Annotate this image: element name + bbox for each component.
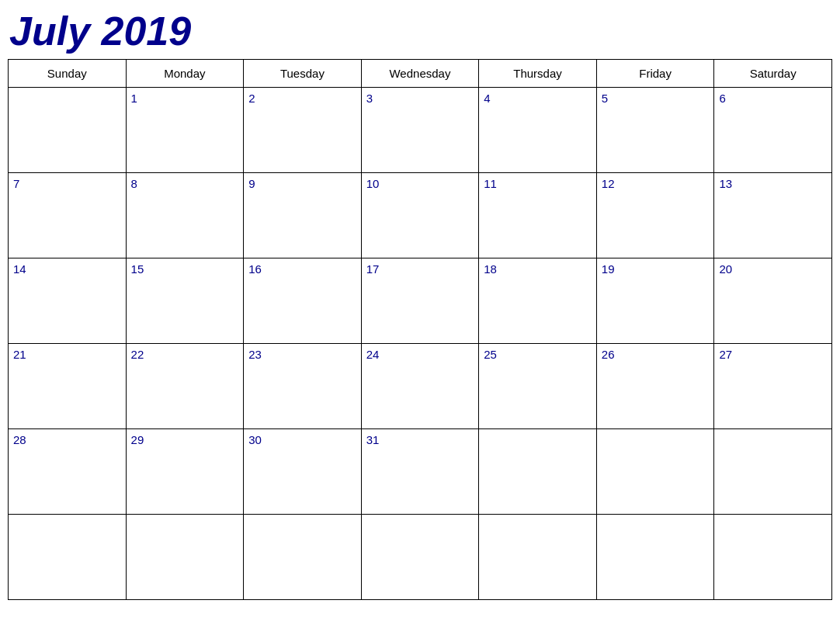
day-number: 27 bbox=[719, 348, 732, 361]
day-number: 10 bbox=[366, 177, 380, 190]
day-number: 21 bbox=[13, 348, 26, 361]
calendar-cell: 23 bbox=[244, 344, 362, 429]
calendar-week-row bbox=[9, 515, 832, 600]
calendar-cell: 21 bbox=[9, 344, 127, 429]
calendar-cell: 6 bbox=[714, 88, 832, 173]
calendar-cell: 24 bbox=[361, 344, 479, 429]
day-number: 13 bbox=[719, 177, 732, 190]
calendar-cell bbox=[244, 515, 362, 600]
day-number: 18 bbox=[484, 262, 497, 276]
calendar-week-row: 78910111213 bbox=[9, 173, 832, 258]
day-number: 31 bbox=[366, 433, 380, 446]
calendar-week-row: 21222324252627 bbox=[9, 344, 832, 429]
calendar-cell bbox=[714, 515, 832, 600]
calendar-week-row: 28293031 bbox=[9, 429, 832, 515]
calendar-cell: 8 bbox=[126, 173, 244, 258]
weekday-header-row: SundayMondayTuesdayWednesdayThursdayFrid… bbox=[9, 60, 832, 88]
calendar-cell: 10 bbox=[361, 173, 479, 258]
calendar-week-row: 123456 bbox=[9, 88, 832, 173]
weekday-header-tuesday: Tuesday bbox=[244, 60, 362, 88]
calendar-cell: 29 bbox=[126, 429, 244, 515]
day-number: 11 bbox=[484, 177, 497, 190]
calendar-cell: 25 bbox=[479, 344, 597, 429]
day-number: 7 bbox=[13, 177, 19, 190]
calendar-cell bbox=[714, 429, 832, 515]
calendar-cell bbox=[479, 515, 597, 600]
calendar-cell: 7 bbox=[9, 173, 127, 258]
weekday-header-friday: Friday bbox=[596, 60, 714, 88]
calendar-cell: 26 bbox=[596, 344, 714, 429]
calendar-cell: 4 bbox=[479, 88, 597, 173]
day-number: 29 bbox=[131, 433, 144, 446]
day-number: 15 bbox=[131, 262, 144, 276]
calendar-cell: 30 bbox=[244, 429, 362, 515]
day-number: 4 bbox=[484, 92, 490, 105]
calendar-cell bbox=[479, 429, 597, 515]
calendar-cell: 17 bbox=[361, 258, 479, 344]
calendar-cell bbox=[596, 515, 714, 600]
day-number: 16 bbox=[248, 262, 262, 276]
calendar-cell: 13 bbox=[714, 173, 832, 258]
calendar-cell: 11 bbox=[479, 173, 597, 258]
day-number: 14 bbox=[13, 262, 26, 276]
day-number: 5 bbox=[602, 92, 608, 105]
calendar-cell: 28 bbox=[9, 429, 127, 515]
weekday-header-sunday: Sunday bbox=[9, 60, 127, 88]
calendar-cell bbox=[596, 429, 714, 515]
day-number: 20 bbox=[719, 262, 732, 276]
calendar-cell bbox=[9, 88, 127, 173]
calendar-cell: 2 bbox=[244, 88, 362, 173]
calendar-table: SundayMondayTuesdayWednesdayThursdayFrid… bbox=[8, 59, 832, 600]
day-number: 17 bbox=[366, 262, 380, 276]
day-number: 3 bbox=[366, 92, 373, 105]
calendar-cell bbox=[126, 515, 244, 600]
day-number: 22 bbox=[131, 348, 144, 361]
day-number: 6 bbox=[719, 92, 725, 105]
day-number: 1 bbox=[131, 92, 137, 105]
day-number: 19 bbox=[602, 262, 615, 276]
calendar-cell: 12 bbox=[596, 173, 714, 258]
calendar-cell bbox=[9, 515, 127, 600]
calendar-cell: 19 bbox=[596, 258, 714, 344]
calendar-cell: 3 bbox=[361, 88, 479, 173]
calendar-title: July 2019 bbox=[8, 8, 832, 54]
calendar-cell: 20 bbox=[714, 258, 832, 344]
weekday-header-wednesday: Wednesday bbox=[361, 60, 479, 88]
calendar-cell: 15 bbox=[126, 258, 244, 344]
day-number: 8 bbox=[131, 177, 137, 190]
day-number: 25 bbox=[484, 348, 497, 361]
calendar-cell bbox=[361, 515, 479, 600]
day-number: 9 bbox=[248, 177, 255, 190]
calendar-cell: 16 bbox=[244, 258, 362, 344]
calendar-week-row: 14151617181920 bbox=[9, 258, 832, 344]
day-number: 24 bbox=[366, 348, 380, 361]
calendar-cell: 1 bbox=[126, 88, 244, 173]
day-number: 23 bbox=[248, 348, 262, 361]
weekday-header-thursday: Thursday bbox=[479, 60, 597, 88]
day-number: 12 bbox=[602, 177, 615, 190]
calendar-cell: 31 bbox=[361, 429, 479, 515]
calendar-cell: 5 bbox=[596, 88, 714, 173]
calendar-cell: 18 bbox=[479, 258, 597, 344]
calendar-cell: 14 bbox=[9, 258, 127, 344]
day-number: 30 bbox=[248, 433, 262, 446]
day-number: 28 bbox=[13, 433, 26, 446]
calendar-cell: 27 bbox=[714, 344, 832, 429]
day-number: 26 bbox=[602, 348, 615, 361]
calendar-cell: 9 bbox=[244, 173, 362, 258]
weekday-header-saturday: Saturday bbox=[714, 60, 832, 88]
weekday-header-monday: Monday bbox=[126, 60, 244, 88]
day-number: 2 bbox=[248, 92, 255, 105]
calendar-cell: 22 bbox=[126, 344, 244, 429]
